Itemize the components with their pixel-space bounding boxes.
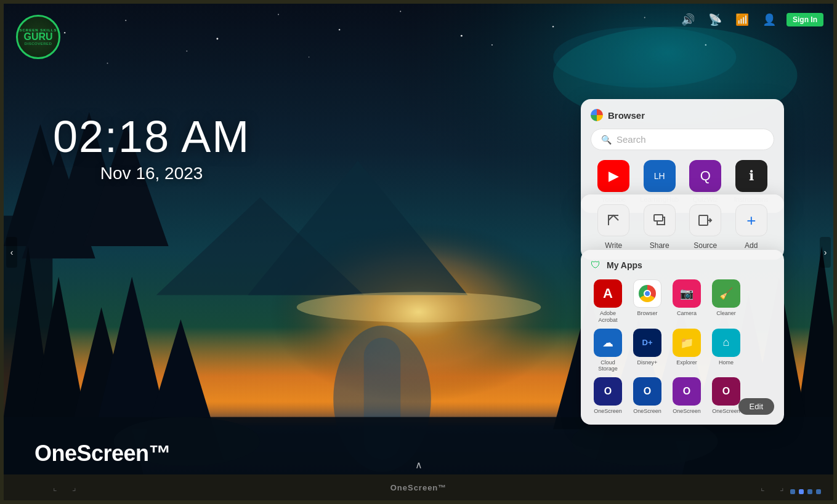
svg-point-6 (278, 14, 279, 15)
svg-rect-46 (699, 215, 708, 225)
onescreen-1-icon: O (594, 377, 622, 406)
svg-marker-29 (52, 307, 150, 500)
myapp-adobe-acrobat[interactable]: A Adobe Acrobat (591, 279, 625, 324)
cleaner-label: Cleaner (716, 310, 736, 317)
svg-marker-36 (138, 319, 224, 460)
left-arrow[interactable]: ‹ (6, 237, 17, 268)
edit-button[interactable]: Edit (738, 398, 774, 415)
tool-add[interactable]: + Add (730, 204, 772, 250)
home-label: Home (719, 359, 734, 366)
onescreen-2-icon: O (633, 377, 661, 406)
myapp-cloud-storage[interactable]: ☁ Cloud Storage (591, 329, 625, 373)
svg-point-16 (491, 44, 493, 46)
svg-point-7 (339, 29, 340, 30)
myapp-onescreen-2[interactable]: O OneScreen (630, 377, 665, 415)
volume-icon[interactable]: 🔊 (678, 10, 698, 30)
svg-point-3 (64, 32, 65, 33)
explorer-label: Explorer (676, 359, 697, 366)
cloud-storage-label: Cloud Storage (591, 359, 625, 373)
browser-panel-title: Browser (608, 110, 645, 121)
top-bar: 🔊 📡 📶 👤 Sign In (678, 10, 823, 30)
myapp-explorer[interactable]: 📁 Explorer (669, 329, 704, 373)
myapp-onescreen-3[interactable]: O OneScreen (669, 377, 704, 415)
svg-point-4 (125, 20, 126, 21)
myapps-title: My Apps (607, 260, 642, 270)
guru-sub-text: DISCOVERED (25, 42, 52, 46)
myapp-onescreen-1[interactable]: O OneScreen (591, 377, 625, 415)
disney-plus-label: Disney+ (637, 359, 658, 366)
browser-icon (633, 279, 661, 308)
guru-badge: SCREEN SKILLS GURU DISCOVERED (16, 15, 60, 59)
indicator-dot-2 (799, 489, 804, 494)
camera-icon: 📷 (673, 279, 701, 308)
svg-point-15 (309, 57, 310, 58)
search-bar[interactable]: 🔍 Search (591, 129, 774, 150)
camera-label: Camera (677, 310, 697, 317)
sign-in-button[interactable]: Sign In (786, 13, 823, 26)
onescreen-4-icon: O (712, 377, 740, 406)
guru-main-text: GURU (23, 32, 52, 42)
myapp-cleaner[interactable]: 🧹 Cleaner (709, 279, 743, 324)
cleaner-icon: 🧹 (712, 279, 740, 308)
onescreen-3-label: OneScreen (673, 408, 701, 415)
source-label: Source (693, 241, 717, 250)
myapp-browser[interactable]: Browser (630, 279, 665, 324)
wifi-icon[interactable]: 📶 (732, 10, 752, 30)
write-icon (597, 204, 629, 236)
myapps-panel: 🛡 My Apps A Adobe Acrobat Browser 📷 Came… (581, 250, 784, 425)
myapp-disney-plus[interactable]: D+ Disney+ (630, 329, 665, 373)
share-icon (644, 204, 676, 236)
youtube-icon: ▶ (597, 160, 629, 192)
screen: SCREEN SKILLS GURU DISCOVERED 🔊 📡 📶 👤 Si… (0, 0, 837, 504)
svg-point-5 (216, 38, 218, 40)
browser-label: Browser (637, 310, 657, 317)
svg-point-11 (552, 26, 554, 27)
tool-write[interactable]: Write (592, 204, 634, 250)
svg-marker-28 (16, 277, 102, 500)
shield-icon: 🛡 (591, 260, 602, 271)
svg-rect-21 (364, 338, 400, 460)
add-label: Add (745, 241, 758, 250)
myapp-camera[interactable]: 📷 Camera (669, 279, 704, 324)
brand-name: OneScreen™ (34, 441, 171, 466)
indicator-dot-4 (816, 489, 821, 494)
brand: OneScreen™ (34, 441, 171, 466)
adobe-acrobat-label: Adobe Acrobat (591, 310, 625, 324)
user-icon[interactable]: 👤 (759, 10, 779, 30)
myapp-onescreen-4[interactable]: O OneScreen (709, 377, 743, 415)
source-icon (689, 204, 721, 236)
browser-panel-header: Browser (591, 109, 774, 121)
antenna-icon[interactable]: 📡 (705, 10, 725, 30)
onescreen-1-label: OneScreen (594, 408, 622, 415)
explorer-icon: 📁 (673, 329, 701, 357)
instructions-icon: ℹ (735, 160, 767, 192)
svg-point-10 (186, 50, 187, 52)
svg-point-13 (705, 44, 707, 46)
tools-grid: Write Share Source + Add (591, 204, 774, 250)
onescreen-2-label: OneScreen (633, 408, 661, 415)
right-arrow[interactable]: › (820, 237, 831, 268)
svg-marker-31 (785, 246, 833, 500)
tool-source[interactable]: Source (684, 204, 726, 250)
disney-plus-icon: D+ (633, 329, 661, 357)
tool-share[interactable]: Share (639, 204, 681, 250)
bottom-bar: ⌞ ⌟ OneScreen™ ⌞ ⌟ (4, 474, 833, 500)
svg-rect-45 (654, 215, 663, 221)
svg-marker-35 (95, 277, 169, 430)
cloud-storage-icon: ☁ (594, 329, 622, 357)
learninghub-icon: LH (644, 160, 676, 192)
svg-point-12 (644, 17, 645, 18)
clock-date: Nov 16, 2023 (53, 164, 250, 183)
svg-point-19 (297, 292, 541, 322)
svg-point-9 (461, 35, 463, 37)
myapps-header: 🛡 My Apps (591, 260, 774, 271)
share-label: Share (650, 241, 669, 250)
write-label: Write (605, 241, 622, 250)
onescreen-4-label: OneScreen (712, 408, 740, 415)
quizwiz-icon: Q (689, 160, 721, 192)
browser-logo-icon (591, 109, 603, 121)
myapp-home[interactable]: ⌂ Home (709, 329, 743, 373)
svg-point-20 (333, 326, 431, 472)
bottom-left-corners: ⌞ ⌟ (53, 482, 76, 492)
swipe-indicator: ∧ (415, 459, 423, 471)
